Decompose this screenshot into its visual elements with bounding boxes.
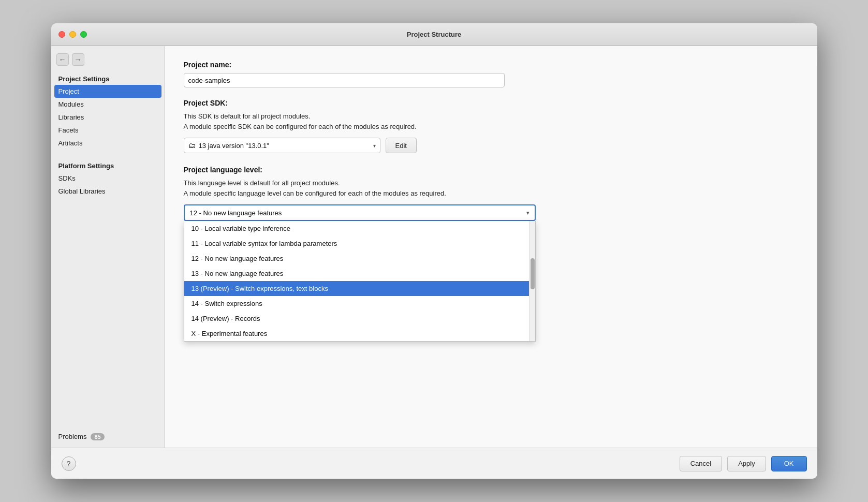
cancel-button[interactable]: Cancel bbox=[680, 456, 722, 471]
minimize-button[interactable] bbox=[69, 31, 76, 38]
apply-button[interactable]: Apply bbox=[727, 456, 766, 471]
problems-label: Problems bbox=[58, 433, 87, 440]
sidebar-item-artifacts[interactable]: Artifacts bbox=[51, 137, 165, 150]
content-area: Project name: Project SDK: This SDK is d… bbox=[165, 46, 817, 448]
sidebar-item-libraries[interactable]: Libraries bbox=[51, 111, 165, 124]
project-settings-header: Project Settings bbox=[51, 71, 165, 85]
lang-dropdown-container: 12 - No new language features ▾ 10 - Loc… bbox=[184, 204, 536, 342]
project-sdk-desc1: This SDK is default for all project modu… bbox=[184, 111, 799, 131]
lang-selected-value: 12 - No new language features bbox=[190, 209, 526, 217]
project-lang-label: Project language level: bbox=[184, 166, 799, 174]
problems-badge: 85 bbox=[91, 433, 104, 440]
project-sdk-label: Project SDK: bbox=[184, 99, 799, 107]
dropdown-item-11[interactable]: 11 - Local variable syntax for lambda pa… bbox=[184, 236, 535, 251]
titlebar: Project Structure bbox=[51, 23, 817, 46]
ok-button[interactable]: OK bbox=[771, 456, 807, 471]
dropdown-scrollbar-thumb bbox=[531, 258, 535, 289]
sidebar-item-project[interactable]: Project bbox=[54, 85, 161, 98]
dropdown-item-13[interactable]: 13 - No new language features bbox=[184, 266, 535, 281]
spacer bbox=[51, 150, 165, 158]
dropdown-item-14-preview[interactable]: 14 (Preview) - Records bbox=[184, 311, 535, 326]
sdk-dropdown-arrow: ▾ bbox=[373, 143, 376, 149]
nav-arrows: ← → bbox=[51, 50, 165, 71]
problems-section[interactable]: Problems 85 bbox=[51, 427, 165, 448]
back-button[interactable]: ← bbox=[56, 53, 69, 66]
lang-dropdown-trigger[interactable]: 12 - No new language features ▾ bbox=[184, 204, 536, 221]
dropdown-item-10[interactable]: 10 - Local variable type inference bbox=[184, 221, 535, 236]
traffic-lights bbox=[58, 31, 87, 38]
dropdown-scrollbar[interactable] bbox=[529, 221, 535, 341]
project-name-input[interactable] bbox=[184, 73, 505, 87]
maximize-button[interactable] bbox=[80, 31, 87, 38]
sdk-dropdown[interactable]: 🗂 13 java version "13.0.1" ▾ bbox=[184, 138, 380, 153]
help-button[interactable]: ? bbox=[62, 456, 76, 471]
sdk-folder-icon: 🗂 bbox=[188, 141, 196, 150]
lang-dropdown-arrow-icon: ▾ bbox=[526, 210, 529, 216]
sidebar-item-global-libraries[interactable]: Global Libraries bbox=[51, 185, 165, 198]
sidebar: ← → Project Settings Project Modules Lib… bbox=[51, 46, 165, 448]
dropdown-item-13-preview[interactable]: 13 (Preview) - Switch expressions, text … bbox=[184, 281, 535, 296]
main-window: Project Structure ← → Project Settings P… bbox=[51, 23, 817, 479]
sidebar-item-sdks[interactable]: SDKs bbox=[51, 172, 165, 185]
window-title: Project Structure bbox=[407, 31, 461, 38]
platform-settings-header: Platform Settings bbox=[51, 158, 165, 172]
dropdown-item-12[interactable]: 12 - No new language features bbox=[184, 251, 535, 266]
sidebar-item-facets[interactable]: Facets bbox=[51, 124, 165, 137]
sdk-row: 🗂 13 java version "13.0.1" ▾ Edit bbox=[184, 138, 799, 153]
edit-sdk-button[interactable]: Edit bbox=[386, 138, 417, 153]
forward-button[interactable]: → bbox=[72, 53, 84, 66]
close-button[interactable] bbox=[58, 31, 65, 38]
dropdown-item-14[interactable]: 14 - Switch expressions bbox=[184, 296, 535, 311]
sidebar-item-modules[interactable]: Modules bbox=[51, 98, 165, 111]
bottom-bar: ? Cancel Apply OK bbox=[51, 448, 817, 479]
sdk-value: 13 java version "13.0.1" bbox=[199, 142, 370, 150]
project-lang-desc: This language level is default for all p… bbox=[184, 178, 799, 198]
dropdown-item-x[interactable]: X - Experimental features bbox=[184, 326, 535, 341]
main-layout: ← → Project Settings Project Modules Lib… bbox=[51, 46, 817, 448]
project-name-label: Project name: bbox=[184, 61, 799, 69]
lang-dropdown-list: 10 - Local variable type inference 11 - … bbox=[184, 221, 536, 342]
